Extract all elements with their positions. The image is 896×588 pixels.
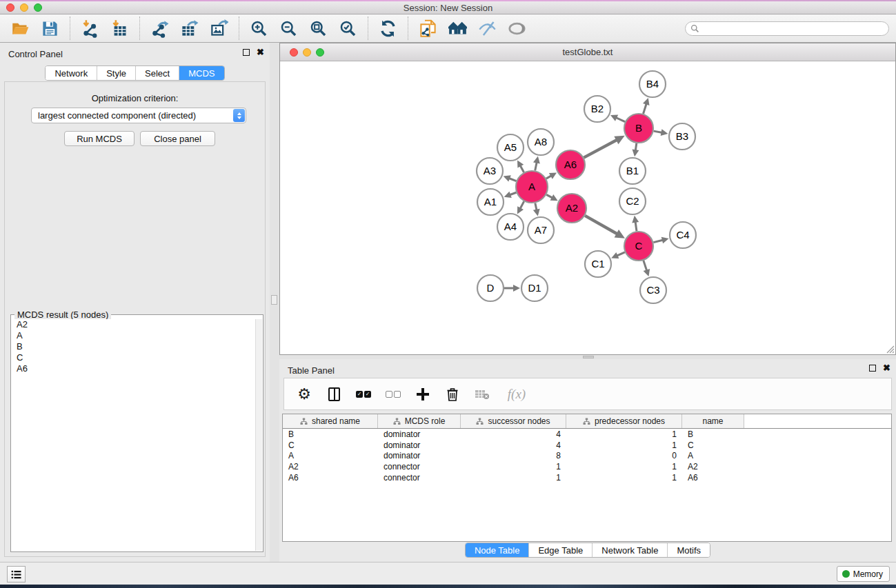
graph-edge[interactable] [635, 221, 637, 231]
table-row[interactable]: A2connector11A2 [283, 461, 891, 472]
graph-edge[interactable] [644, 103, 647, 114]
function-builder-button[interactable]: f(x) [503, 385, 530, 404]
eye-slash-icon [478, 19, 497, 38]
apply-layout-button[interactable] [373, 16, 403, 41]
close-panel-button[interactable]: Close panel [140, 131, 215, 146]
tab-style[interactable]: Style [97, 66, 135, 80]
split-grip-icon[interactable] [271, 295, 277, 305]
export-table-button[interactable] [175, 16, 204, 41]
float-panel-icon[interactable] [243, 49, 250, 56]
graph-node-label: A1 [484, 196, 497, 207]
mcds-result-item[interactable]: A2 [12, 319, 255, 330]
table-cell: 1 [566, 440, 682, 451]
mcds-result-item[interactable]: A6 [12, 363, 255, 374]
graph-node-label: A4 [504, 221, 517, 232]
mcds-result-item[interactable]: B [12, 341, 255, 352]
graph-node-label: A6 [564, 159, 577, 170]
network-graph[interactable]: AA1A2A3A4A5A6A7A8BB1B2B3B4CC1C2C3C4DD1 [280, 61, 895, 354]
search-input[interactable] [699, 23, 888, 34]
zoom-selected-button[interactable] [333, 16, 363, 41]
show-all-button[interactable] [502, 16, 532, 41]
graph-edge[interactable] [653, 240, 664, 243]
graph-edge[interactable] [617, 252, 625, 256]
graph-edge[interactable] [585, 216, 617, 234]
optimization-criterion-select[interactable]: largest connected component (directed) [31, 108, 246, 123]
panel-list-button[interactable] [7, 566, 26, 582]
graph-node-label: C [635, 240, 643, 252]
resize-grip-icon[interactable] [886, 345, 895, 354]
import-table-icon [110, 19, 129, 38]
table-row[interactable]: Adominator80A [283, 451, 891, 462]
tab-edge-table[interactable]: Edge Table [528, 543, 592, 557]
table-cell: 1 [461, 472, 566, 483]
graph-edge[interactable] [615, 117, 625, 121]
graph-node-label: B1 [626, 165, 639, 176]
unselect-all-columns-button[interactable] [384, 385, 402, 404]
table-row[interactable]: Cdominator41C [283, 440, 891, 451]
column-header-name[interactable]: name [682, 414, 744, 428]
column-header-empty [744, 414, 891, 428]
table-row[interactable]: Bdominator41B [283, 429, 891, 440]
zoom-fit-button[interactable] [303, 16, 333, 41]
save-session-button[interactable] [35, 16, 65, 41]
import-network-button[interactable] [75, 16, 105, 41]
graph-node-label: C3 [646, 284, 659, 296]
graph-edge[interactable] [584, 140, 617, 158]
close-panel-icon[interactable]: ✖ [257, 49, 264, 56]
mcds-result-item[interactable]: A [12, 330, 255, 341]
column-header-successor-nodes[interactable]: successor nodes [461, 414, 566, 428]
zoom-out-button[interactable] [274, 16, 303, 41]
export-image-button[interactable] [204, 16, 234, 41]
tab-node-table[interactable]: Node Table [466, 543, 529, 557]
first-neighbors-button[interactable] [443, 16, 472, 41]
zoom-in-button[interactable] [244, 16, 274, 41]
graph-edge-arrowhead [643, 98, 650, 105]
table-panel-tabs: Node TableEdge TableNetwork TableMotifs [465, 543, 710, 558]
column-header-MCDS-role[interactable]: MCDS role [378, 414, 461, 428]
export-network-button[interactable] [145, 16, 175, 41]
table-cell: 4 [461, 429, 566, 440]
mcds-result-item[interactable]: C [12, 352, 255, 363]
delete-columns-button[interactable] [444, 385, 461, 404]
column-header-predecessor-nodes[interactable]: predecessor nodes [566, 414, 682, 428]
table-settings-button[interactable]: ⚙ [295, 385, 313, 404]
table-row[interactable]: A6connector11A6 [283, 472, 891, 483]
select-all-columns-button[interactable]: ✓✓ [355, 385, 372, 404]
split-grip-icon[interactable] [583, 356, 594, 358]
table-cell: A6 [283, 472, 378, 483]
graph-node-label: A7 [535, 224, 547, 236]
network-window: testGlobe.txt AA1A2A3A4A5A6A7A8BB1B2B3B4… [279, 43, 896, 355]
network-window-titlebar[interactable]: testGlobe.txt [280, 43, 895, 61]
tab-network[interactable]: Network [46, 66, 97, 80]
result-list-scrollbar[interactable] [255, 319, 262, 551]
show-columns-button[interactable] [325, 385, 343, 404]
column-header-shared-name[interactable]: shared name [283, 414, 378, 428]
memory-button[interactable]: Memory [837, 566, 890, 582]
create-column-button[interactable] [414, 385, 432, 404]
import-network-icon [81, 19, 99, 38]
search-field[interactable] [685, 21, 889, 36]
tab-network-table[interactable]: Network Table [592, 543, 667, 557]
table-cell: A6 [682, 472, 744, 483]
table-cell: connector [378, 472, 461, 483]
float-panel-icon[interactable] [869, 365, 876, 372]
tab-select[interactable]: Select [135, 66, 179, 80]
tab-mcds[interactable]: MCDS [179, 66, 223, 80]
table-cell: 8 [461, 451, 566, 462]
close-panel-icon[interactable]: ✖ [883, 365, 890, 372]
new-network-from-selection-button[interactable] [413, 16, 443, 41]
delete-table-button[interactable] [473, 385, 491, 404]
table-cell: dominator [378, 440, 461, 451]
gear-icon: ⚙ [297, 387, 311, 402]
graph-edge[interactable] [644, 261, 647, 272]
vertical-split-divider[interactable] [270, 43, 279, 562]
open-session-button[interactable] [6, 16, 35, 41]
import-table-button[interactable] [105, 16, 135, 41]
delete-table-icon [475, 388, 490, 401]
toolbar-separator [139, 17, 140, 40]
run-mcds-button[interactable]: Run MCDS [64, 131, 135, 146]
network-canvas[interactable]: AA1A2A3A4A5A6A7A8BB1B2B3B4CC1C2C3C4DD1 [280, 61, 895, 354]
graph-edge-arrowhead [661, 237, 669, 244]
hide-selected-button[interactable] [472, 16, 502, 41]
tab-motifs[interactable]: Motifs [667, 543, 710, 557]
